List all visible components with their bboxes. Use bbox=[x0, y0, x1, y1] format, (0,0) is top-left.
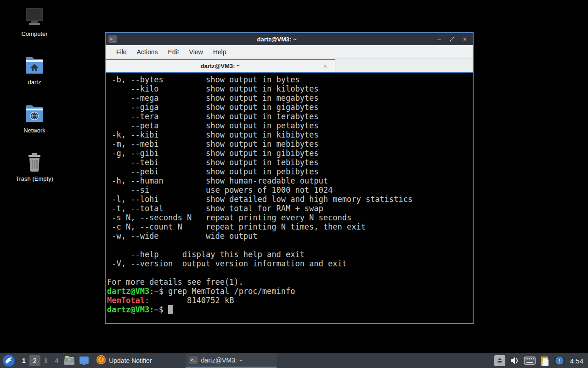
clock[interactable]: 4:54 bbox=[570, 357, 583, 365]
terminal-line: dartz@VM3:~$ bbox=[107, 305, 473, 314]
terminal-line: -l, --lohi show detailed low and high me… bbox=[107, 195, 473, 204]
minimize-button[interactable]: – bbox=[434, 35, 444, 43]
terminal-line: --tera show output in terabytes bbox=[107, 112, 473, 121]
terminal-line: -k, --kibi show output in kibibytes bbox=[107, 130, 473, 139]
window-titlebar[interactable]: >_ dartz@VM3: ~ – × bbox=[106, 33, 473, 45]
tab-bar: dartz@VM3: ~ × bbox=[106, 59, 473, 73]
terminal-line: -h, --human show human-readable output bbox=[107, 176, 473, 185]
terminal-line: For more details see free(1). bbox=[107, 277, 473, 287]
workspace-2-button[interactable]: 2 bbox=[29, 355, 40, 366]
taskbar: 1 2 3 4 Update Notifier >_ da bbox=[0, 353, 588, 368]
terminal-line bbox=[107, 268, 473, 277]
workspace-4-button[interactable]: 4 bbox=[51, 355, 62, 366]
start-menu-button[interactable] bbox=[2, 354, 16, 368]
terminal-line: -b, --bytes show output in bytes bbox=[107, 75, 473, 84]
taskbar-window-button[interactable]: >_ dartz@VM3: ~ bbox=[186, 353, 277, 368]
clipboard-icon[interactable] bbox=[540, 355, 550, 366]
terminal-output[interactable]: -b, --bytes show output in bytes --kilo … bbox=[106, 73, 473, 323]
terminal-line: -V, --version output version information… bbox=[107, 259, 473, 268]
terminal-line: -w, --wide wide output bbox=[107, 231, 473, 241]
terminal-line: --help display this help and exit bbox=[107, 250, 473, 259]
terminal-line: -c N, --count N repeat printing N times,… bbox=[107, 222, 473, 231]
desktop-icon-label: Trash (Empty) bbox=[16, 175, 53, 182]
close-button[interactable]: × bbox=[460, 35, 470, 43]
terminal-line: -m, --mebi show output in mebibytes bbox=[107, 139, 473, 149]
computer-icon bbox=[23, 6, 46, 28]
terminal-line: --pebi show output in pebibytes bbox=[107, 167, 473, 176]
keyboard-layout-icon[interactable] bbox=[524, 356, 536, 365]
desktop-icon-network[interactable]: Network bbox=[11, 103, 58, 134]
menu-help[interactable]: Help bbox=[208, 46, 232, 58]
terminal-line: --mega show output in megabytes bbox=[107, 93, 473, 103]
workspace-1-button[interactable]: 1 bbox=[18, 355, 29, 366]
terminal-window: >_ dartz@VM3: ~ – × File Actions Edit Vi… bbox=[105, 32, 474, 324]
menu-bar: File Actions Edit View Help bbox=[106, 45, 473, 59]
desktop-icon-label: Computer bbox=[21, 30, 47, 37]
terminal-line: -s N, --seconds N repeat printing every … bbox=[107, 213, 473, 222]
tab-terminal-session[interactable]: dartz@VM3: ~ × bbox=[106, 59, 335, 72]
tab-close-icon[interactable]: × bbox=[321, 62, 329, 70]
terminal-app-icon: >_ bbox=[189, 356, 198, 364]
terminal-line: -t, --total show total for RAM + swap bbox=[107, 204, 473, 213]
desktop-icon-label: dartz bbox=[28, 79, 41, 86]
menu-file[interactable]: File bbox=[111, 46, 132, 58]
file-manager-icon[interactable] bbox=[63, 355, 76, 367]
trash-icon bbox=[23, 151, 46, 172]
tab-title: dartz@VM3: ~ bbox=[201, 63, 240, 69]
maximize-button[interactable] bbox=[447, 35, 457, 43]
eject-removable-media-icon[interactable] bbox=[494, 355, 505, 366]
terminal-line: dartz@VM3:~$ grep MemTotal /proc/meminfo bbox=[107, 287, 473, 296]
workspace-3-button[interactable]: 3 bbox=[40, 355, 51, 366]
terminal-line: MemTotal: 8140752 kB bbox=[107, 296, 473, 305]
update-notifier-launcher[interactable]: Update Notifier bbox=[96, 355, 152, 367]
terminal-app-icon: >_ bbox=[108, 35, 117, 43]
menu-view[interactable]: View bbox=[184, 46, 208, 58]
menu-actions[interactable]: Actions bbox=[132, 46, 163, 58]
home-folder-icon bbox=[23, 55, 46, 76]
taskbar-window-label: dartz@VM3: ~ bbox=[201, 356, 243, 364]
system-tray: ! 4:54 bbox=[494, 355, 588, 366]
network-folder-icon bbox=[23, 103, 46, 124]
update-notifier-icon bbox=[96, 355, 106, 367]
desktop-icon-home[interactable]: dartz bbox=[11, 55, 58, 86]
menu-edit[interactable]: Edit bbox=[163, 46, 184, 58]
desktop-icon-label: Network bbox=[23, 127, 45, 134]
desktop-icon-computer[interactable]: Computer bbox=[11, 6, 58, 37]
volume-icon[interactable] bbox=[509, 356, 520, 365]
terminal-line: --si use powers of 1000 not 1024 bbox=[107, 185, 473, 195]
desktop-icon-trash[interactable]: Trash (Empty) bbox=[11, 151, 58, 182]
window-title: dartz@VM3: ~ bbox=[119, 36, 434, 43]
terminal-line: --peta show output in petabytes bbox=[107, 121, 473, 130]
terminal-line: --giga show output in gigabytes bbox=[107, 103, 473, 112]
tab-bar-empty-area bbox=[335, 59, 473, 72]
terminal-line: -g, --gibi show output in gibibytes bbox=[107, 149, 473, 158]
update-notifier-label: Update Notifier bbox=[109, 357, 152, 364]
terminal-line: --kilo show output in kilobytes bbox=[107, 84, 473, 93]
desktop-shortcut-icon[interactable] bbox=[78, 355, 90, 367]
svg-text:!: ! bbox=[559, 358, 560, 363]
terminal-line: --tebi show output in tebibytes bbox=[107, 158, 473, 167]
update-notification-tray-icon[interactable]: ! bbox=[554, 356, 565, 365]
terminal-line bbox=[107, 241, 473, 250]
